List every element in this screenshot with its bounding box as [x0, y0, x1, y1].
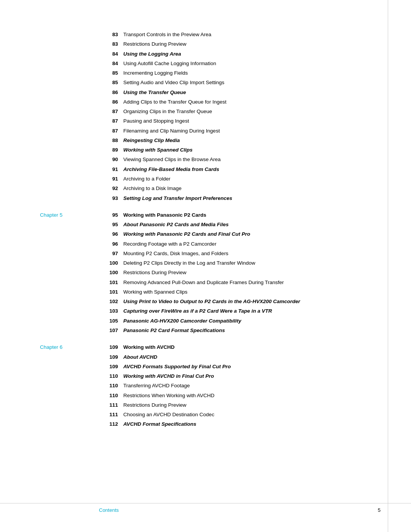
list-item: 84 Using the Logging Area [99, 50, 381, 58]
list-item: 105 Panasonic AG-HVX200 Camcorder Compat… [99, 317, 381, 325]
entry-text: Working with Panasonic P2 Cards and Fina… [123, 230, 250, 238]
pre-chapter-section: 83 Transport Controls in the Preview Are… [99, 30, 381, 203]
page-number: 83 [99, 40, 118, 48]
entry-text: Panasonic AG-HVX200 Camcorder Compatibil… [123, 317, 241, 325]
page-number: 95 [99, 211, 118, 219]
page-number: 109 [99, 343, 118, 351]
entry-text: Mounting P2 Cards, Disk Images, and Fold… [123, 249, 228, 258]
entry-text: Transferring AVCHD Footage [123, 382, 190, 390]
list-item: 84 Using Autofill Cache Logging Informat… [99, 59, 381, 68]
page-number: 93 [99, 194, 118, 203]
list-item: 89 Working with Spanned Clips [99, 146, 381, 154]
chapter6-label: Chapter 6 [40, 343, 62, 351]
page-number: 91 [99, 165, 118, 174]
entry-text: Pausing and Stopping Ingest [123, 117, 189, 125]
list-item: 109 AVCHD Formats Supported by Final Cut… [99, 363, 381, 371]
list-item: 111 Choosing an AVCHD Destination Codec [99, 411, 381, 419]
page-number: 107 [99, 326, 118, 335]
page-number: 87 [99, 127, 118, 135]
entry-text: Filenaming and Clip Naming During Ingest [123, 127, 220, 135]
entry-text: Adding Clips to the Transfer Queue for I… [123, 98, 226, 106]
footer-page-number: 5 [378, 507, 381, 513]
list-item: 88 Reingesting Clip Media [99, 136, 381, 145]
page-number: 102 [99, 297, 118, 306]
list-item: 101 Working with Spanned Clips [99, 288, 381, 296]
list-item: 112 AVCHD Format Specifications [99, 420, 381, 428]
entry-text: Capturing over FireWire as if a P2 Card … [123, 307, 272, 315]
entry-text: Deleting P2 Clips Directly in the Log an… [123, 259, 255, 267]
page-number: 84 [99, 50, 118, 58]
entry-text: Setting Log and Transfer Import Preferen… [123, 194, 232, 203]
page-number: 110 [99, 391, 118, 400]
list-item: 110 Restrictions When Working with AVCHD [99, 391, 381, 400]
page-number: 101 [99, 288, 118, 296]
page-number: 97 [99, 249, 118, 258]
entry-text: Reingesting Clip Media [123, 136, 180, 145]
list-item: 111 Restrictions During Preview [99, 401, 381, 409]
entry-text: Viewing Spanned Clips in the Browse Area [123, 155, 221, 164]
page-number: 95 [99, 220, 118, 229]
list-item: 91 Archiving File-Based Media from Cards [99, 165, 381, 174]
list-item: 92 Archiving to a Disk Image [99, 184, 381, 193]
page-number: 85 [99, 69, 118, 77]
list-item: 107 Panasonic P2 Card Format Specificati… [99, 326, 381, 335]
list-item: 95 About Panasonic P2 Cards and Media Fi… [99, 220, 381, 229]
list-item: 85 Setting Audio and Video Clip Import S… [99, 78, 381, 87]
entry-text: Archiving to a Disk Image [123, 184, 182, 193]
list-item: 103 Capturing over FireWire as if a P2 C… [99, 307, 381, 315]
page-number: 110 [99, 372, 118, 380]
entry-text: Choosing an AVCHD Destination Codec [123, 411, 214, 419]
list-item: 86 Adding Clips to the Transfer Queue fo… [99, 98, 381, 106]
list-item: 102 Using Print to Video to Output to P2… [99, 297, 381, 306]
page-number: 100 [99, 268, 118, 277]
list-item: 87 Pausing and Stopping Ingest [99, 117, 381, 125]
page-number: 92 [99, 184, 118, 193]
page-number: 84 [99, 59, 118, 68]
page-number: 109 [99, 353, 118, 361]
list-item: 96 Working with Panasonic P2 Cards and F… [99, 230, 381, 238]
entry-text: Restrictions During Preview [123, 268, 186, 277]
list-item: 90 Viewing Spanned Clips in the Browse A… [99, 155, 381, 164]
entry-text: Using Autofill Cache Logging Information [123, 59, 216, 68]
list-item: 87 Filenaming and Clip Naming During Ing… [99, 127, 381, 135]
entry-text: Working with Spanned Clips [123, 288, 188, 296]
entry-text: AVCHD Formats Supported by Final Cut Pro [123, 363, 231, 371]
page-number: 96 [99, 240, 118, 248]
page-number: 110 [99, 382, 118, 390]
entry-text: Removing Advanced Pull-Down and Duplicat… [123, 278, 284, 287]
entry-text: Working with Panasonic P2 Cards [123, 211, 206, 219]
entry-text: Restrictions When Working with AVCHD [123, 391, 215, 400]
page: 83 Transport Controls in the Preview Are… [0, 0, 411, 532]
page-number: 83 [99, 30, 118, 39]
entry-text: Working with AVCHD [123, 343, 175, 351]
page-number: 105 [99, 317, 118, 325]
entry-text: Working with Spanned Clips [123, 146, 193, 154]
entry-text: Using the Transfer Queue [123, 88, 186, 97]
entry-text: Transport Controls in the Preview Area [123, 30, 211, 39]
list-item: 100 Deleting P2 Clips Directly in the Lo… [99, 259, 381, 267]
entry-text: Setting Audio and Video Clip Import Sett… [123, 78, 224, 87]
list-item: 86 Using the Transfer Queue [99, 88, 381, 97]
page-number: 87 [99, 117, 118, 125]
page-number: 103 [99, 307, 118, 315]
list-item: 110 Working with AVCHD in Final Cut Pro [99, 372, 381, 380]
page-number: 86 [99, 98, 118, 106]
chapter6-section: Chapter 6 109 Working with AVCHD 109 Abo… [99, 343, 381, 428]
entry-text: Using the Logging Area [123, 50, 181, 58]
list-item: 101 Removing Advanced Pull-Down and Dupl… [99, 278, 381, 287]
entry-text: Restrictions During Preview [123, 40, 186, 48]
list-item: 100 Restrictions During Preview [99, 268, 381, 277]
chapter5-label: Chapter 5 [40, 211, 62, 219]
entry-text: About AVCHD [123, 353, 157, 361]
list-item: 83 Restrictions During Preview [99, 40, 381, 48]
entry-text: Organizing Clips in the Transfer Queue [123, 107, 212, 116]
entry-text: Restrictions During Preview [123, 401, 186, 409]
page-number: 89 [99, 146, 118, 154]
entry-text: Archiving to a Folder [123, 175, 170, 183]
chapter5-section: Chapter 5 95 Working with Panasonic P2 C… [99, 211, 381, 335]
list-item: Chapter 6 109 Working with AVCHD [99, 343, 381, 351]
footer: Contents 5 [0, 503, 411, 513]
list-item: 110 Transferring AVCHD Footage [99, 382, 381, 390]
page-number: 88 [99, 136, 118, 145]
list-item: 96 Recording Footage with a P2 Camcorder [99, 240, 381, 248]
